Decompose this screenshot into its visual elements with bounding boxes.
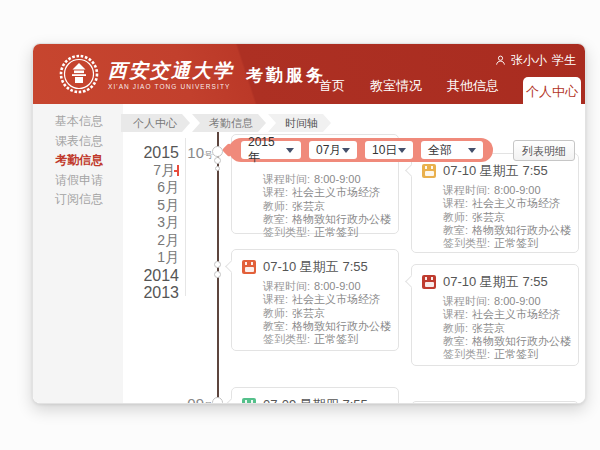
timeline-node [214,261,221,268]
chevron-down-icon [398,148,406,153]
card-date: 07-09 星期四 7:55 [263,396,368,404]
university-name-en: XI'AN JIAO TONG UNIVERSITY [108,83,234,90]
attendance-card-partial[interactable] [411,401,579,404]
top-nav: 首页 教室情况 其他信息 [319,77,499,95]
university-name-cn: 西安交通大学 [108,59,234,81]
card-field: 签到类型:正常签到 [443,237,570,250]
user-name: 张小小 [511,52,547,69]
card-field: 教师:张芸京 [443,211,570,224]
nav-personal-center-tab-active[interactable]: 个人中心 [523,77,581,104]
user-role: 学生 [552,52,576,69]
card-date: 07-10 星期五 7:55 [263,258,368,276]
card-header: 07-10 星期五 7:55 [422,273,568,291]
chevron-down-icon [468,148,476,153]
card-field: 签到类型:正常签到 [443,348,570,361]
timeline-axis [217,132,219,404]
timeline-item-month-1[interactable]: 1月 [91,249,179,267]
timeline-node [215,166,220,171]
chevron-down-icon [286,148,294,153]
timeline-node [212,146,223,157]
attendance-card[interactable]: 07-10 星期五 7:55 课程时间:8:00-9:00 课程:社会主义市场经… [231,249,399,351]
nav-other-info[interactable]: 其他信息 [447,77,499,95]
attendance-card[interactable]: 07-10 星期五 7:55 课程时间:8:00-9:00 课程:社会主义市场经… [411,153,579,253]
card-field: 课程:社会主义市场经济 [443,197,570,210]
user-icon [495,55,506,66]
card-field: 教师:张芸京 [443,322,570,335]
card-header: 07-10 星期五 7:55 [422,162,568,180]
timeline-day-label-10: 10号 [179,144,213,162]
card-field: 教室:格物致知行政办公楼 [443,335,570,348]
nav-home[interactable]: 首页 [319,77,345,95]
card-field: 课程时间:8:00-9:00 [443,295,570,308]
card-date: 07-10 星期五 7:55 [443,162,548,180]
timeline-item-month-3[interactable]: 3月 [91,214,179,232]
month-select[interactable]: 07月 [309,141,357,159]
list-detail-button[interactable]: 列表明细 [513,140,575,161]
day-select[interactable]: 10日 [365,141,413,159]
card-field: 课程时间:8:00-9:00 [443,184,570,197]
card-header: 07-09 星期四 7:55 [242,396,388,404]
chevron-down-icon [342,148,350,153]
calendar-status-icon [242,398,256,404]
nav-classroom-status[interactable]: 教室情况 [370,77,422,95]
card-field: 教室:格物致知行政办公楼 [443,224,570,237]
attendance-card[interactable]: 07-09 星期四 7:55 [231,387,399,404]
card-field: 教室:格物致知行政办公楼 [263,213,390,226]
active-month-cursor [177,165,179,176]
timeline-item-year-2015[interactable]: 2015 [91,144,179,162]
user-info[interactable]: 张小小 学生 [495,52,576,69]
timeline-node [214,271,221,278]
timeline-node [214,157,221,164]
timeline-item-month-2[interactable]: 2月 [91,232,179,250]
timeline-item-year-2013[interactable]: 2013 [91,284,179,302]
filter-bubble: 2015年 07月 10日 全部 [229,138,493,162]
card-date: 07-10 星期五 7:55 [443,273,548,291]
breadcrumb-attendance-info[interactable]: 考勤信息 [192,114,266,132]
card-field: 课程:社会主义市场经济 [263,186,390,199]
app-title: 考勤服务 [246,64,326,87]
breadcrumb: 个人中心 考勤信息 时间轴 [121,114,331,132]
timeline-node [212,397,223,404]
timeline-item-month-6[interactable]: 6月 [91,179,179,197]
card-field: 教师:张芸京 [263,307,390,320]
sidebar-item-basic-info[interactable]: 基本信息 [33,112,123,132]
timeline-item-month-7-active[interactable]: 7月 [91,162,179,180]
brand: 西安交通大学 XI'AN JIAO TONG UNIVERSITY 考勤服务 [59,54,326,94]
timeline-year-month-list: 2015 7月 6月 5月 3月 2月 1月 2014 2013 [91,144,179,302]
attendance-card[interactable]: 07-10 星期五 7:55 课程时间:8:00-9:00 课程:社会主义市场经… [411,264,579,366]
card-field: 教室:格物致知行政办公楼 [263,320,390,333]
calendar-status-icon [242,260,256,274]
calendar-status-icon [422,275,436,289]
timeline-item-month-5[interactable]: 5月 [91,197,179,215]
university-logo-icon [59,54,99,94]
card-header: 07-10 星期五 7:55 [242,258,388,276]
screenshot-stage: 西安交通大学 XI'AN JIAO TONG UNIVERSITY 考勤服务 张… [0,0,600,450]
card-field: 课程时间:8:00-9:00 [263,173,390,186]
category-select[interactable]: 全部 [421,141,483,159]
card-field: 课程:社会主义市场经济 [263,293,390,306]
card-field: 课程时间:8:00-9:00 [263,280,390,293]
timeline-day-label-09: 09号 [179,395,213,404]
card-field: 签到类型:正常签到 [263,226,390,239]
breadcrumb-timeline[interactable]: 时间轴 [268,114,331,132]
university-name: 西安交通大学 XI'AN JIAO TONG UNIVERSITY [108,59,234,90]
app-window: 西安交通大学 XI'AN JIAO TONG UNIVERSITY 考勤服务 张… [32,43,586,404]
app-header: 西安交通大学 XI'AN JIAO TONG UNIVERSITY 考勤服务 张… [33,44,585,104]
card-field: 签到类型:正常签到 [263,333,390,346]
breadcrumb-personal-center[interactable]: 个人中心 [121,114,190,132]
calendar-status-icon [422,164,436,178]
timeline-item-year-2014[interactable]: 2014 [91,267,179,285]
card-field: 教师:张芸京 [263,200,390,213]
year-select[interactable]: 2015年 [241,141,301,159]
card-field: 课程:社会主义市场经济 [443,308,570,321]
content-area: 基本信息 课表信息 考勤信息 请假申请 订阅信息 个人中心 考勤信息 时间轴 2… [33,104,585,403]
